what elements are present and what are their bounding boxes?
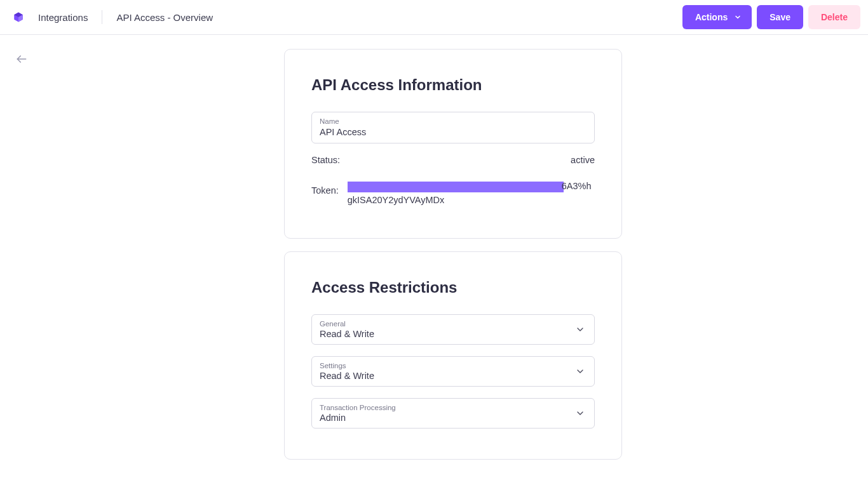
header-left: Integrations API Access - Overview bbox=[13, 0, 213, 34]
app-logo-icon bbox=[13, 11, 24, 23]
breadcrumb-divider bbox=[102, 10, 102, 24]
status-value: active bbox=[346, 155, 595, 165]
save-button[interactable]: Save bbox=[757, 5, 803, 29]
token-label: Token: bbox=[311, 179, 339, 196]
restriction-transaction-label: Transaction Processing bbox=[320, 404, 587, 411]
status-label: Status: bbox=[311, 155, 346, 165]
actions-label: Actions bbox=[695, 12, 728, 22]
token-redacted-segment bbox=[348, 182, 564, 192]
panel-title-info: API Access Information bbox=[311, 76, 595, 94]
sidebar bbox=[0, 49, 38, 472]
status-row: Status: active bbox=[311, 155, 595, 165]
api-access-info-panel: API Access Information Name Status: acti… bbox=[284, 49, 622, 239]
chevron-down-icon bbox=[575, 324, 585, 335]
main-area: API Access Information Name Status: acti… bbox=[0, 35, 868, 472]
restriction-transaction-processing[interactable]: Transaction Processing Admin bbox=[311, 398, 595, 429]
breadcrumb-page-title: API Access - Overview bbox=[116, 12, 213, 23]
actions-dropdown-button[interactable]: Actions bbox=[682, 5, 752, 29]
panel-title-restrictions: Access Restrictions bbox=[311, 279, 595, 296]
restriction-general[interactable]: General Read & Write bbox=[311, 314, 595, 345]
content: API Access Information Name Status: acti… bbox=[38, 49, 868, 472]
restriction-general-label: General bbox=[320, 320, 587, 328]
delete-button[interactable]: Delete bbox=[808, 5, 860, 29]
back-arrow-icon[interactable] bbox=[14, 53, 29, 68]
token-value: 6A3%hgkISA20Y2ydYVAyMDx bbox=[348, 179, 595, 208]
page-header: Integrations API Access - Overview Actio… bbox=[0, 0, 868, 35]
chevron-down-icon bbox=[575, 366, 585, 376]
breadcrumb-integrations[interactable]: Integrations bbox=[38, 12, 88, 23]
restriction-general-value: Read & Write bbox=[320, 329, 587, 339]
restriction-settings-value: Read & Write bbox=[320, 371, 587, 381]
restriction-settings[interactable]: Settings Read & Write bbox=[311, 356, 595, 387]
token-row: Token: 6A3%hgkISA20Y2ydYVAyMDx bbox=[311, 179, 595, 208]
content-inner: API Access Information Name Status: acti… bbox=[284, 49, 622, 472]
chevron-down-icon bbox=[575, 408, 585, 418]
access-restrictions-panel: Access Restrictions General Read & Write… bbox=[284, 251, 622, 460]
restriction-settings-label: Settings bbox=[320, 362, 587, 369]
header-actions: Actions Save Delete bbox=[682, 5, 860, 29]
name-field[interactable]: Name bbox=[311, 112, 595, 143]
name-input[interactable] bbox=[320, 127, 587, 137]
restriction-transaction-value: Admin bbox=[320, 413, 587, 423]
chevron-down-icon bbox=[734, 13, 742, 21]
name-field-label: Name bbox=[320, 117, 587, 125]
